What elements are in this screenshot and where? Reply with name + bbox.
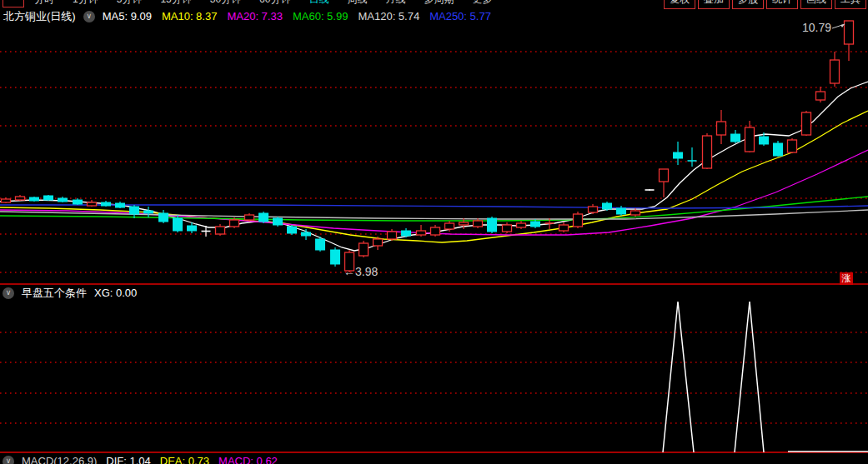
candle-down — [188, 226, 197, 231]
menu-item-5分钟[interactable]: 5分钟 — [117, 0, 143, 7]
candle-up — [802, 112, 811, 135]
candle-down — [288, 227, 297, 233]
symbol-title: 北方铜业(日线) — [3, 9, 76, 24]
chevron-down-icon[interactable]: ∨ — [3, 456, 14, 464]
ma-line-ma5 — [0, 82, 868, 251]
ma-line-ma10 — [0, 111, 868, 242]
ma-line-ma20 — [0, 150, 868, 235]
chevron-down-icon[interactable]: ∨ — [83, 11, 95, 22]
candle-up — [745, 127, 755, 152]
candle-down — [144, 211, 153, 213]
menu-item-60分钟[interactable]: 60分钟 — [259, 0, 290, 7]
candle-up — [2, 199, 11, 202]
low-price-label: ←3.98 — [344, 265, 378, 278]
trading-app-window: 10.79←3.98 分时1分钟5分钟15分钟30分钟60分钟日线周线月线多周期… — [0, 0, 868, 464]
toolbar-button-工具[interactable]: 工具 — [835, 0, 866, 9]
signal-panel-title: 早盘五个条件 — [22, 286, 87, 301]
candle-up — [717, 122, 726, 135]
candle-up — [503, 225, 512, 232]
ma-label: MA60: 5.99 — [293, 10, 349, 22]
candle-down — [102, 202, 111, 206]
menu-item-1分钟[interactable]: 1分钟 — [73, 0, 98, 7]
macd-label: MACD: 0.62 — [218, 455, 278, 464]
xg-spike — [663, 302, 694, 452]
candle-up — [216, 227, 225, 234]
menu-item-月线[interactable]: 月线 — [385, 0, 405, 7]
candle-down — [259, 213, 268, 222]
toolbar-button-画线[interactable]: 画线 — [800, 0, 832, 9]
candle-down — [58, 198, 68, 202]
chevron-down-icon[interactable]: ∨ — [3, 287, 14, 299]
menu-item-周线[interactable]: 周线 — [347, 0, 367, 7]
ma-label: MA10: 8.37 — [162, 10, 218, 22]
macd-header-row: ∨ MACD(12,26,9)DIF: 1.04DEA: 0.73MACD: 0… — [3, 454, 278, 464]
candle-up — [816, 92, 825, 100]
price-chart-canvas[interactable]: 10.79←3.98 — [0, 0, 868, 464]
xg-value: XG: 0.00 — [94, 287, 137, 299]
candle-up — [431, 227, 440, 235]
ma-value-labels: MA5: 9.09MA10: 8.37MA20: 7.33MA60: 5.99M… — [103, 10, 491, 22]
candle-down — [603, 203, 612, 209]
candle-up — [589, 207, 598, 212]
candle-down — [73, 200, 83, 204]
candle-up — [631, 211, 640, 215]
candle-down — [402, 231, 411, 236]
candle-down — [674, 152, 683, 158]
candle-down — [173, 218, 183, 231]
candle-up — [459, 222, 469, 225]
candle-up — [245, 215, 254, 220]
toolbar-button-统计[interactable]: 统计 — [766, 0, 798, 9]
toolbar-button-复权[interactable]: 复权 — [664, 0, 695, 9]
candle-down — [774, 143, 783, 156]
menu-item-30分钟[interactable]: 30分钟 — [210, 0, 241, 7]
candle-down — [130, 207, 139, 214]
menu-item-多周期[interactable]: 多周期 — [424, 0, 454, 7]
rise-badge: 涨 — [840, 272, 853, 285]
candle-up — [788, 140, 797, 152]
candle-up — [559, 225, 569, 231]
candle-down — [273, 218, 283, 225]
candle-up — [230, 220, 239, 227]
candle-up — [660, 169, 669, 182]
toolbar-button-叠加[interactable]: 叠加 — [698, 0, 730, 9]
candle-up — [16, 197, 25, 200]
candle-down — [30, 197, 39, 201]
candle-down — [617, 208, 626, 214]
candle-down — [331, 250, 340, 264]
toolbar-buttons: 复权叠加多股统计画线工具 — [661, 0, 866, 9]
chart-title-row: 北方铜业(日线) ∨ MA5: 9.09MA10: 8.37MA20: 7.33… — [3, 9, 491, 23]
macd-value-labels: MACD(12,26,9)DIF: 1.04DEA: 0.73MACD: 0.6… — [22, 455, 278, 464]
macd-label: MACD(12,26,9) — [22, 455, 97, 464]
candle-up — [703, 136, 712, 168]
toolbar-button-多股[interactable]: 多股 — [732, 0, 764, 9]
grid-icon[interactable] — [3, 0, 24, 7]
candle-up — [474, 221, 483, 227]
ma-label: MA250: 5.77 — [429, 10, 491, 22]
candle-up — [574, 214, 583, 227]
ma-label: MA20: 7.33 — [227, 10, 283, 22]
candle-down — [159, 213, 168, 222]
ma-label: MA120: 5.74 — [358, 10, 419, 22]
candle-up — [517, 223, 526, 227]
menu-item-更多[interactable]: 更多 — [472, 0, 492, 7]
candle-down — [44, 196, 53, 200]
candle-down — [760, 137, 769, 144]
top-menu-bar: 分时1分钟5分钟15分钟30分钟60分钟日线周线月线多周期更多 复权叠加多股统计… — [0, 0, 868, 9]
candle-up — [359, 243, 369, 256]
menu-item-日线[interactable]: 日线 — [309, 0, 329, 7]
candle-up — [388, 232, 397, 239]
menu-item-15分钟[interactable]: 15分钟 — [160, 0, 191, 7]
xg-spike — [735, 302, 764, 452]
candle-up — [374, 239, 383, 246]
candle-up — [445, 223, 454, 229]
candle-down — [531, 222, 540, 227]
candle-down — [316, 239, 325, 250]
candle-up — [845, 21, 854, 44]
ma-label: MA5: 9.09 — [103, 10, 152, 22]
candle-down — [116, 203, 125, 207]
menu-item-分时[interactable]: 分时 — [34, 0, 54, 7]
candle-down — [488, 218, 497, 232]
period-menu: 分时1分钟5分钟15分钟30分钟60分钟日线周线月线多周期更多 — [34, 0, 510, 7]
macd-label: DEA: 0.73 — [160, 455, 209, 464]
candle-up — [88, 202, 97, 206]
